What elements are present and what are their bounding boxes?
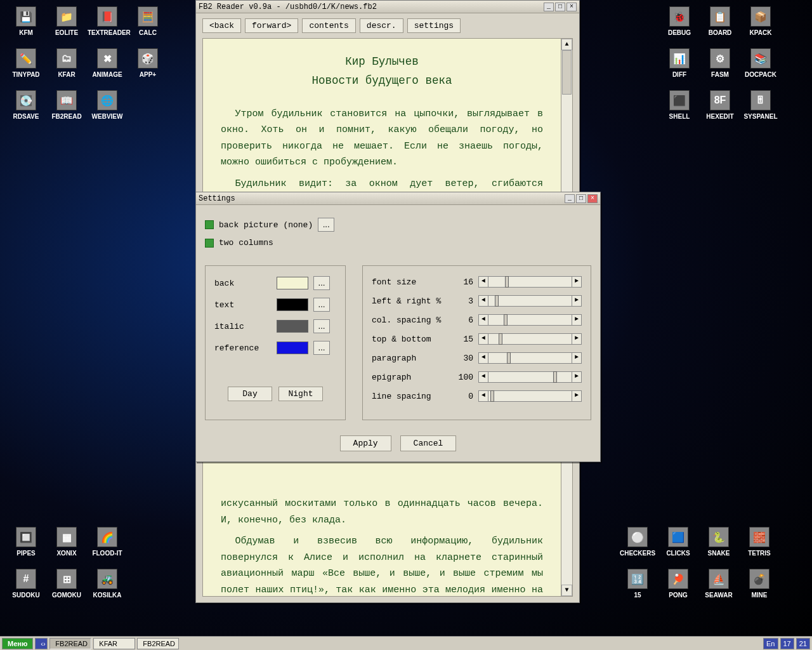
desktop-icon-checkers[interactable]: ⚪CHECKERS: [618, 527, 657, 557]
desktop-icon-tinypad[interactable]: ✏️TINYPAD: [6, 48, 46, 78]
slider-handle[interactable]: [507, 352, 511, 364]
desktop-icon-flood-it[interactable]: 🌈FLOOD-IT: [88, 527, 127, 557]
slider-inc-icon[interactable]: ►: [572, 314, 582, 326]
desktop-icon-eolite[interactable]: 📁EOLITE: [47, 6, 86, 36]
slider-handle[interactable]: [504, 314, 508, 326]
scroll-up-icon[interactable]: ▲: [561, 39, 572, 50]
scroll-down-icon[interactable]: ▼: [561, 585, 572, 596]
back-button[interactable]: <back: [202, 18, 241, 33]
slider-handle[interactable]: [490, 390, 494, 402]
slider-inc-icon[interactable]: ►: [572, 295, 582, 307]
desktop-icon-seawar[interactable]: ⛵SEAWAR: [699, 569, 738, 599]
desktop-icon-sudoku[interactable]: #SUDOKU: [6, 569, 46, 599]
slider-handle[interactable]: [553, 371, 557, 383]
minimize-button[interactable]: _: [544, 3, 554, 11]
color-swatch-italic[interactable]: [277, 320, 308, 333]
checkbox-icon[interactable]: [205, 220, 214, 229]
slider-2[interactable]: ◄►: [478, 314, 582, 326]
desktop-icon-webview[interactable]: 🌐WEBVIEW: [88, 90, 127, 120]
desktop-icon-diff[interactable]: 📊DIFF: [660, 48, 699, 78]
close-button[interactable]: ×: [566, 3, 577, 11]
reader-titlebar[interactable]: FB2 Reader v0.9a - /usbhd0/1/K/news.fb2 …: [196, 1, 579, 13]
color-swatch-back[interactable]: [277, 277, 308, 289]
slider-5[interactable]: ◄►: [478, 371, 582, 383]
slider-6[interactable]: ◄►: [478, 390, 582, 402]
desktop-icon-mine[interactable]: 💣MINE: [740, 569, 779, 599]
desktop-icon-kosilka[interactable]: 🚜KOSILKA: [88, 569, 127, 599]
desktop-icon-xonix[interactable]: ▦XONIX: [47, 527, 86, 557]
day-button[interactable]: Day: [228, 387, 272, 401]
desktop-icon-board[interactable]: 📋BOARD: [700, 6, 740, 36]
minimize-button[interactable]: _: [565, 194, 575, 203]
slider-0[interactable]: ◄►: [478, 276, 582, 288]
maximize-button[interactable]: □: [555, 3, 565, 11]
desktop-icon-15[interactable]: 🔢15: [618, 569, 657, 599]
desktop-icon-tetris[interactable]: 🧱TETRIS: [740, 527, 779, 557]
slider-4[interactable]: ◄►: [478, 352, 582, 364]
slider-handle[interactable]: [495, 295, 499, 307]
color-picker-reference[interactable]: ...: [313, 341, 330, 355]
slider-dec-icon[interactable]: ◄: [478, 352, 488, 364]
settings-button[interactable]: settings: [407, 18, 461, 33]
slider-dec-icon[interactable]: ◄: [478, 333, 488, 345]
desktop-icon-pipes[interactable]: 🔲PIPES: [6, 527, 46, 557]
slider-dec-icon[interactable]: ◄: [478, 390, 488, 402]
tray-lang[interactable]: En: [763, 638, 778, 649]
slider-inc-icon[interactable]: ►: [572, 352, 582, 364]
desktop-icon-kfar[interactable]: 🗂KFAR: [47, 48, 86, 78]
night-button[interactable]: Night: [278, 387, 323, 401]
close-button[interactable]: ×: [587, 194, 598, 203]
desktop-icon-app+[interactable]: 🎲APP+: [128, 48, 167, 78]
desktop-icon-docpack[interactable]: 📚DOCPACK: [741, 48, 780, 78]
color-picker-text[interactable]: ...: [313, 298, 330, 312]
slider-inc-icon[interactable]: ►: [572, 390, 582, 402]
desktop-icon-clicks[interactable]: 🟦CLICKS: [658, 527, 698, 557]
desktop-icon-kfm[interactable]: 💾KFM: [6, 6, 46, 36]
slider-3[interactable]: ◄►: [478, 333, 582, 345]
desktop-icon-hexedit[interactable]: 8FHEXEDIT: [700, 90, 740, 120]
scroll-thumb[interactable]: [562, 50, 572, 95]
back-picture-checkbox[interactable]: back picture (none) ...: [205, 218, 591, 232]
color-picker-back[interactable]: ...: [313, 276, 330, 290]
color-swatch-text[interactable]: [277, 298, 308, 311]
desktop-icon-calc[interactable]: 🧮CALC: [128, 6, 167, 36]
lang-toggle[interactable]: ‹›: [35, 638, 48, 649]
cancel-button[interactable]: Cancel: [400, 435, 457, 451]
apply-button[interactable]: Apply: [340, 435, 391, 451]
desktop-icon-animage[interactable]: ✖ANIMAGE: [88, 48, 127, 78]
taskbar-item[interactable]: FB2READ: [137, 638, 179, 649]
start-menu-button[interactable]: Меню: [2, 638, 33, 649]
desktop-icon-pong[interactable]: 🏓PONG: [658, 569, 698, 599]
desktop-icon-shell[interactable]: ⬛SHELL: [660, 90, 699, 120]
slider-dec-icon[interactable]: ◄: [478, 314, 488, 326]
desktop-icon-gomoku[interactable]: ⊞GOMOKU: [47, 569, 86, 599]
slider-dec-icon[interactable]: ◄: [478, 276, 488, 288]
desktop-icon-fb2read[interactable]: 📖FB2READ: [47, 90, 86, 120]
color-picker-italic[interactable]: ...: [313, 319, 330, 333]
taskbar-item[interactable]: FB2READ: [49, 638, 91, 649]
desktop-icon-textreader[interactable]: 📕TEXTREADER: [88, 6, 127, 36]
slider-handle[interactable]: [499, 333, 502, 345]
slider-dec-icon[interactable]: ◄: [478, 295, 488, 307]
slider-handle[interactable]: [505, 276, 509, 288]
desktop-icon-fasm[interactable]: ⚙FASM: [700, 48, 740, 78]
slider-inc-icon[interactable]: ►: [572, 333, 582, 345]
maximize-button[interactable]: □: [576, 194, 586, 203]
desktop-icon-rdsave[interactable]: 💽RDSAVE: [6, 90, 46, 120]
desktop-icon-syspanel[interactable]: 🎚SYSPANEL: [741, 90, 780, 120]
slider-inc-icon[interactable]: ►: [572, 371, 582, 383]
settings-titlebar[interactable]: Settings _ □ ×: [196, 192, 600, 205]
checkbox-icon[interactable]: [205, 239, 214, 248]
forward-button[interactable]: forward>: [245, 18, 298, 33]
descr-button[interactable]: descr.: [360, 18, 403, 33]
color-swatch-reference[interactable]: [277, 342, 308, 354]
taskbar-item[interactable]: KFAR: [93, 638, 135, 649]
browse-button[interactable]: ...: [318, 218, 334, 232]
desktop-icon-snake[interactable]: 🐍SNAKE: [699, 527, 738, 557]
slider-dec-icon[interactable]: ◄: [478, 371, 488, 383]
two-columns-checkbox[interactable]: two columns: [205, 238, 591, 248]
slider-inc-icon[interactable]: ►: [572, 276, 582, 288]
slider-1[interactable]: ◄►: [478, 295, 582, 307]
contents-button[interactable]: contents: [302, 18, 355, 33]
desktop-icon-debug[interactable]: 🐞DEBUG: [660, 6, 699, 36]
